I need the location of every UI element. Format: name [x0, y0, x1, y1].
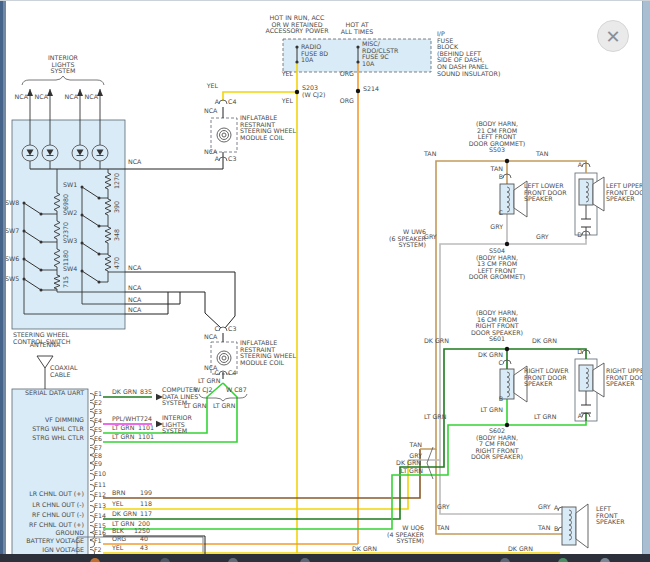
- dkgrn-label-left: DK GRN: [424, 337, 449, 344]
- pin-F1: F1: [94, 537, 102, 544]
- taskbar-icon-1[interactable]: [90, 558, 100, 562]
- wire-e6-color: LT GRN: [112, 433, 135, 440]
- sw8-label: SW8: [5, 199, 19, 206]
- wire-e13-color: YEL: [111, 500, 124, 507]
- switch-sw5-contact: [40, 289, 43, 292]
- ltgrn-label-mid: LT GRN: [481, 406, 504, 413]
- left-front-speaker: [562, 507, 576, 545]
- lr-minus-label: LR CHNL OUT (-): [32, 501, 84, 508]
- pin-E10: E10: [94, 470, 106, 477]
- res-1270: 1270: [113, 173, 120, 189]
- rf-minus-label: RF CHNL OUT (-): [32, 511, 84, 518]
- pin-F2: F2: [94, 546, 102, 553]
- fuse-misc: [356, 45, 359, 48]
- yel-label-1: YEL: [281, 70, 294, 77]
- pin-E16: E16: [94, 529, 106, 536]
- wire-e5-ckt: 1101: [138, 424, 154, 431]
- switch-sw4-contact: [81, 270, 84, 273]
- coil2-label: INFLATABLERESTRAINTSTEERING WHEELMODULE …: [240, 339, 297, 366]
- switch-sw7-contact: [23, 230, 26, 233]
- pin-a-lf: A: [554, 504, 559, 511]
- taskbar-icon-7[interactable]: [600, 558, 610, 562]
- taskbar-icon-4[interactable]: [300, 558, 310, 562]
- conn-wc87: W C87: [226, 386, 247, 393]
- hot-alltimes-label: HOT ATALL TIMES: [341, 21, 373, 35]
- close-icon[interactable]: ✕: [597, 20, 629, 52]
- harness-dkgrn-label: DK GRN: [396, 459, 421, 466]
- window-right-scroll-strip[interactable]: [642, 1, 650, 562]
- pin-c-rl: C: [499, 359, 504, 366]
- ltgrn-label-left2: LT GRN: [424, 413, 447, 420]
- ip-fuse-block-label: I/PFUSEBLOCK(BEHIND LEFTSIDE OF DASH,ON …: [437, 30, 500, 77]
- sw6-label: SW6: [5, 255, 19, 262]
- wire-e12-color: BRN: [112, 489, 126, 496]
- pin-E9: E9: [94, 460, 102, 467]
- fuse-radio: [295, 60, 298, 63]
- coil1-conn-c3: C3: [228, 155, 236, 162]
- wire-e1-color: DK GRN: [112, 388, 137, 395]
- gry4-label-left: GRY: [437, 503, 450, 510]
- pin-a-lu: A: [578, 161, 583, 168]
- tan4-label-left: TAN: [436, 524, 450, 531]
- wire-e13-ckt: 118: [140, 500, 152, 507]
- wire-e6-ckt: 1101: [138, 433, 154, 440]
- wiring-diagram-page: E1E2E3E4E5E6E7E8E9E10E11E12E13E14E15E16F…: [0, 0, 650, 562]
- switch-sw8-contact: [40, 213, 43, 216]
- coil1-label: INFLATABLERESTRAINTSTEERING WHEELMODULE …: [240, 114, 297, 141]
- switch-sw3-contact: [81, 242, 84, 245]
- ltgrn-right-label: LT GRN: [213, 402, 236, 409]
- wire-e5-color: LT GRN: [112, 424, 135, 431]
- splice-dot: [505, 159, 509, 163]
- yel-label-2: YEL: [281, 97, 294, 104]
- gry4-label-right: GRY: [538, 503, 551, 510]
- splice-dot: [505, 242, 509, 246]
- antenna-label: ANTENNA: [30, 341, 61, 348]
- wire-e14-color: DK GRN: [112, 510, 137, 517]
- wire-e1-ckt: 835: [140, 388, 152, 395]
- gry-label-mid: GRY: [490, 223, 503, 230]
- pin-d-ru: D: [577, 348, 582, 355]
- s602-note: S602(BODY HARN,7 CM FROMRIGHT FRONTDOOR …: [471, 427, 523, 460]
- harness-tan-label: TAN: [409, 441, 423, 448]
- nca-arrow-4: NCA: [85, 93, 99, 100]
- strg-ctlr-label-2: STRG WHL CTLR: [32, 434, 84, 441]
- s601-note: (BODY HARN,16 CM FROMRIGHT FRONTDOOR SPE…: [471, 309, 523, 342]
- taskbar-icon-6[interactable]: [558, 558, 568, 562]
- nca-coil2-top: NCA: [204, 333, 218, 340]
- switch-sw1-contact: [81, 186, 84, 189]
- nca-out-4: NCA: [128, 306, 142, 313]
- switch-sw6-contact: [23, 258, 26, 261]
- wire-f1-color: ORG: [112, 535, 126, 542]
- left-front-speaker-cone: [576, 504, 588, 548]
- switch-sw3-contact: [98, 253, 101, 256]
- nca-coil1-bot: NCA: [204, 148, 218, 155]
- switch-sw7-contact: [40, 241, 43, 244]
- ltgrn-label-right2: LT GRN: [534, 413, 557, 420]
- taskbar-icon-2[interactable]: [160, 558, 170, 562]
- tan4-label-right: TAN: [537, 524, 551, 531]
- wire-e15-color: LT GRN: [112, 520, 135, 527]
- coil1-pin-a-bot: A: [215, 155, 220, 162]
- taskbar-icon-5[interactable]: [500, 558, 510, 562]
- switch-sw2-contact: [98, 225, 101, 228]
- coax-label: COAXIALCABLE: [50, 364, 78, 378]
- taskbar-icon-3[interactable]: [228, 558, 238, 562]
- wire-e4-ckt: 724: [140, 415, 152, 422]
- pin-d-lu: D: [577, 231, 582, 238]
- wire-tan-trunk-down: [436, 449, 562, 534]
- sw7-label: SW7: [5, 227, 19, 234]
- pin-E15: E15: [94, 522, 106, 529]
- nca-out-1: NCA: [128, 264, 142, 271]
- fuse-misc: [356, 60, 359, 63]
- pin-E11: E11: [94, 481, 106, 488]
- pin-E3: E3: [94, 408, 102, 415]
- yel-label-3: YEL: [206, 82, 219, 89]
- splice-dot: [505, 423, 509, 427]
- switch-sw1-contact: [98, 197, 101, 200]
- wiring-diagram-canvas: E1E2E3E4E5E6E7E8E9E10E11E12E13E14E15E16F…: [0, 1, 650, 562]
- res-470: 470: [113, 257, 120, 269]
- s504-note: S504(BODY HARN,13 CM FROMLEFT FRONTDOOR …: [469, 247, 526, 280]
- wire-e16-ckt: 1250: [134, 527, 150, 534]
- tan-label-left: TAN: [423, 150, 437, 157]
- coil1-box: [211, 118, 237, 152]
